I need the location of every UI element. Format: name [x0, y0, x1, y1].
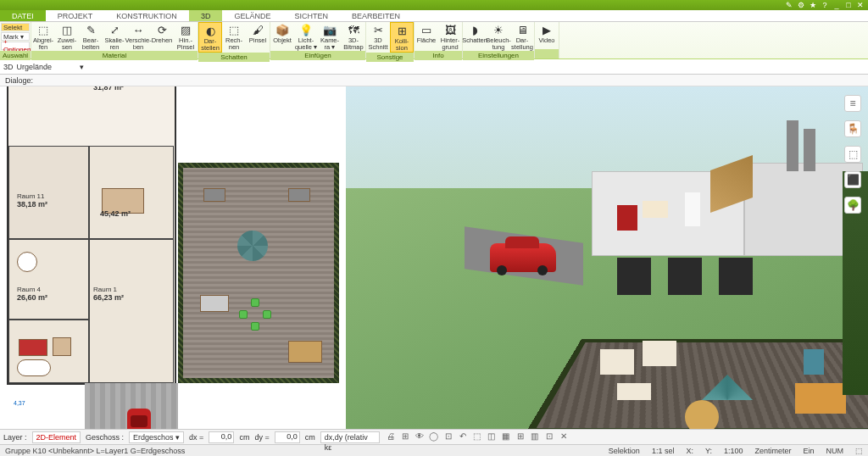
ribbon-label: 3D Schnitt: [366, 37, 390, 51]
mode-select[interactable]: 3D: [3, 63, 14, 71]
ribbon-drehen-button[interactable]: ⟳Drehen: [150, 22, 174, 51]
toolbar-icon[interactable]: ◯: [428, 431, 440, 443]
ribbon-label: Rech-nen: [222, 37, 246, 51]
ribbon-icon: ✂: [370, 24, 386, 37]
ribbon-label: Dar-stellung: [510, 37, 534, 51]
ribbon-icon: 📦: [275, 24, 290, 37]
dropdown-icon[interactable]: ▾: [80, 63, 84, 71]
ribbon-label: Abgrei-fen: [31, 37, 55, 51]
ribbon-darstellung-button[interactable]: 🖥Dar-stellung: [510, 22, 534, 51]
group-label: [535, 49, 559, 58]
tab-sichten[interactable]: SICHTEN: [282, 10, 340, 21]
viewport-3d[interactable]: ≡ 🪑 ⬚ ⬛ 🌳: [346, 86, 868, 429]
dialog-label: Dialoge:: [0, 75, 868, 86]
close-icon[interactable]: ✕: [856, 1, 865, 9]
status-item: Ein: [803, 447, 814, 455]
ribbon-darstellen-button[interactable]: ◐Dar-stellen: [198, 22, 222, 53]
ribbon-hinpinsel-button[interactable]: ▨Hin.-Pinsel: [174, 22, 198, 51]
unit: cm: [305, 433, 315, 442]
tab-datei[interactable]: DATEI: [0, 10, 46, 21]
tab-gelaende[interactable]: GELÄNDE: [222, 10, 282, 21]
relative-select[interactable]: dx,dy (relativ kε: [320, 431, 380, 443]
ribbon-label: Drehen: [152, 37, 173, 44]
toolbar-icon[interactable]: 🖨: [385, 431, 397, 443]
ribbon-label: Objekt: [273, 37, 292, 44]
ribbon-label: Beleuch-tung: [486, 37, 511, 51]
group-label: Einfügen: [270, 51, 365, 60]
dx-input[interactable]: 0,0: [209, 431, 234, 443]
viewport-2d[interactable]: 31,87 m²Raum 1138,18 m²45,42 m²Raum 426,…: [0, 86, 346, 429]
ribbon-kamera-button[interactable]: 📷Kame-ra ▾: [318, 22, 342, 51]
status-item: Selektion: [609, 447, 640, 455]
tree-icon[interactable]: 🌳: [844, 197, 861, 214]
ribbon-beleuchtung-button[interactable]: ☀Beleuch-tung: [487, 22, 510, 51]
ribbon-zuweisen-button[interactable]: ◫Zuwei-sen: [55, 22, 79, 51]
tab-bearbeiten[interactable]: BEARBEITEN: [340, 10, 412, 21]
dx-label: dx =: [189, 433, 203, 442]
help-icon[interactable]: ?: [821, 1, 829, 9]
optionen-button[interactable]: + Optionen: [1, 42, 30, 50]
ribbon-label: Schatten: [462, 37, 487, 44]
minimize-icon[interactable]: _: [832, 1, 841, 9]
ribbon-icon: ⬚: [36, 24, 51, 37]
ribbon-label: Verschie-ben: [125, 37, 151, 51]
toolbar-icon[interactable]: ▥: [529, 431, 541, 443]
ribbon-icon: 📷: [322, 24, 337, 37]
terrain-select[interactable]: Urgelände: [17, 63, 76, 71]
floor-select[interactable]: Erdgeschos ▾: [129, 431, 184, 443]
ribbon-pinsel-button[interactable]: 🖌Pinsel: [246, 22, 270, 53]
tab-projekt[interactable]: PROJEKT: [46, 10, 105, 21]
ribbon-label: Dar-stellen: [199, 38, 221, 52]
ribbon-schatten-button[interactable]: ◗Schatten: [463, 22, 487, 51]
ribbon-icon: ↔: [131, 24, 146, 37]
status-item: X:: [686, 447, 693, 455]
toolbar-icon[interactable]: ⊡: [543, 431, 555, 443]
toolbar-icon[interactable]: ⬚: [471, 431, 483, 443]
selekt-button[interactable]: Selekt: [1, 23, 30, 31]
gear-icon[interactable]: ⚙: [797, 1, 805, 9]
title-bar: ✎ ⚙ ★ ? _ □ ✕: [0, 0, 868, 10]
ribbon-verschieben-button[interactable]: ↔Verschie-ben: [126, 22, 150, 51]
maximize-icon[interactable]: □: [844, 1, 853, 9]
ribbon-dbitmap-button[interactable]: 🗺3D-Bitmap: [342, 22, 365, 51]
ribbon-label: Zuwei-sen: [55, 37, 79, 51]
ribbon-skalieren-button[interactable]: ⤢Skalie-ren: [103, 22, 126, 51]
ribbon-video-button[interactable]: ▶Video: [535, 22, 559, 49]
box-icon[interactable]: ⬚: [844, 146, 861, 163]
main-area: 31,87 m²Raum 1138,18 m²45,42 m²Raum 426,…: [0, 86, 868, 429]
dim-label: 4,37: [14, 400, 25, 406]
ribbon-icon: ⤢: [107, 24, 122, 37]
furniture-icon[interactable]: 🪑: [844, 120, 861, 137]
toolbar-icon[interactable]: ▦: [500, 431, 512, 443]
toolbar-icon[interactable]: ✕: [558, 431, 570, 443]
ribbon-lichtquelle-button[interactable]: 💡Licht-quelle ▾: [294, 22, 318, 51]
ribbon-icon: ⊞: [394, 25, 409, 38]
layers-icon[interactable]: ≡: [844, 95, 861, 112]
ribbon-bearbeiten-button[interactable]: ✎Bear-beiten: [79, 22, 103, 51]
ribbon-flche-button[interactable]: ▭Fläche: [415, 22, 438, 51]
status-item: 1:100: [724, 447, 743, 455]
toolbar-icon[interactable]: 👁: [414, 431, 426, 443]
toolbar-icon[interactable]: ◫: [486, 431, 498, 443]
status-item: 1:1 sel: [652, 447, 675, 455]
toolbar-icon[interactable]: ⊞: [515, 431, 526, 443]
status-bar: Gruppe K10 <Unbekannt> L=Layer1 G=Erdges…: [0, 444, 868, 456]
ribbon-rechnen-button[interactable]: ⬚Rech-nen: [222, 22, 246, 53]
ribbon-objekt-button[interactable]: 📦Objekt: [270, 22, 294, 51]
tool-icon[interactable]: ✎: [785, 1, 793, 9]
dy-input[interactable]: 0,0: [275, 431, 300, 443]
ribbon-dschnitt-button[interactable]: ✂3D Schnitt: [366, 22, 390, 53]
tab-3d[interactable]: 3D: [189, 10, 223, 21]
solid-icon[interactable]: ⬛: [844, 171, 861, 188]
toolbar-icon[interactable]: ⊞: [399, 431, 411, 443]
toolbar-icon[interactable]: ↶: [457, 431, 469, 443]
layer-select[interactable]: 2D-Element: [32, 431, 81, 443]
ribbon-kollision-button[interactable]: ⊞Kolli-sion: [390, 22, 414, 53]
toolbar-icon[interactable]: ⊡: [442, 431, 454, 443]
star-icon[interactable]: ★: [809, 1, 817, 9]
tab-konstruktion[interactable]: KONSTRUKTION: [104, 10, 189, 21]
ribbon-hintergrund-button[interactable]: 🖼Hinter-grund: [438, 22, 462, 51]
ribbon-icon: ▶: [539, 24, 554, 37]
ribbon-icon: ▭: [419, 24, 434, 37]
ribbon-abgreifen-button[interactable]: ⬚Abgrei-fen: [31, 22, 55, 51]
